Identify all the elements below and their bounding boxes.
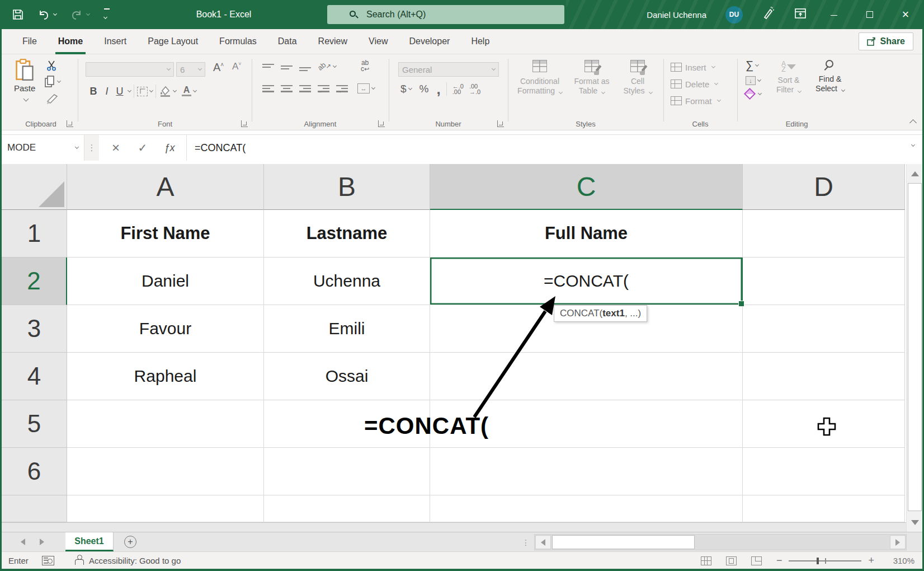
cell-A6[interactable] — [67, 448, 264, 495]
clipboard-dialog-launcher[interactable] — [67, 120, 73, 127]
cell-D5[interactable] — [743, 400, 905, 448]
name-box-resize-handle[interactable]: ⋮ — [84, 135, 99, 161]
zoom-slider-thumb[interactable] — [817, 558, 819, 564]
cell-B1[interactable]: Lastname — [264, 210, 430, 258]
row-header-6[interactable]: 6 — [2, 448, 67, 495]
cell-A3[interactable]: Favour — [67, 305, 264, 353]
row-header-3[interactable]: 3 — [2, 305, 67, 353]
row-header-1[interactable]: 1 — [2, 210, 67, 258]
alignment-dialog-launcher[interactable] — [378, 120, 385, 127]
wrap-text-button[interactable]: abc↩ — [361, 60, 369, 72]
undo-button[interactable] — [38, 9, 56, 20]
macro-record-icon[interactable] — [42, 556, 54, 565]
copy-button[interactable] — [44, 76, 60, 88]
align-left-icon[interactable] — [262, 83, 274, 94]
insert-function-icon[interactable]: ƒx — [156, 142, 183, 154]
ribbon-display-options-icon[interactable] — [794, 7, 807, 22]
name-box[interactable]: MODE — [2, 135, 84, 161]
number-dialog-launcher[interactable] — [497, 120, 504, 127]
select-all-corner[interactable] — [2, 164, 67, 210]
avatar[interactable]: DU — [725, 6, 743, 24]
borders-button[interactable] — [137, 87, 153, 96]
format-painter-button[interactable] — [46, 93, 59, 107]
cell-C4[interactable] — [430, 353, 743, 400]
cell-D3[interactable] — [743, 305, 905, 353]
currency-button[interactable]: $ — [400, 83, 407, 95]
font-size-select[interactable]: 6 — [176, 62, 205, 77]
font-dialog-launcher[interactable] — [241, 120, 248, 127]
new-sheet-button[interactable]: + — [114, 532, 147, 551]
tab-home[interactable]: Home — [48, 29, 93, 54]
fill-button[interactable]: ↓ — [746, 76, 761, 85]
row-header-2[interactable]: 2 — [2, 258, 67, 305]
sheet-tab-sheet1[interactable]: Sheet1 — [65, 532, 114, 551]
zoom-level[interactable]: 310% — [889, 556, 914, 565]
decrease-decimal-button[interactable]: .00 →.0 — [469, 83, 480, 95]
scrollbar-resize-handle[interactable]: ⋮ — [522, 532, 530, 552]
zoom-out-icon[interactable]: − — [776, 555, 782, 567]
shrink-font-button[interactable]: A˅ — [232, 61, 242, 72]
scroll-up-icon[interactable] — [908, 165, 922, 182]
cell-A5[interactable] — [67, 400, 264, 448]
comma-button[interactable]: , — [436, 85, 440, 93]
increase-indent-icon[interactable]: → — [336, 83, 348, 94]
collapse-ribbon-icon[interactable] — [909, 119, 917, 127]
expand-formula-bar-icon[interactable] — [911, 143, 915, 147]
formula-input[interactable]: =CONCAT( — [187, 135, 922, 161]
tab-review[interactable]: Review — [308, 29, 358, 54]
cell-D4[interactable] — [743, 353, 905, 400]
cancel-formula-icon[interactable]: × — [102, 140, 129, 156]
increase-decimal-button[interactable]: ←.0 .00 — [452, 83, 464, 95]
redo-button[interactable] — [71, 9, 89, 20]
cell-A2[interactable]: Daniel — [67, 258, 264, 305]
align-middle-icon[interactable] — [281, 62, 293, 71]
scroll-down-icon[interactable] — [908, 514, 922, 531]
cell-B3[interactable]: Emili — [264, 305, 430, 353]
underline-button[interactable]: U — [114, 86, 126, 97]
vertical-scrollbar-thumb[interactable] — [908, 183, 922, 511]
save-icon[interactable] — [12, 9, 23, 20]
row-header-4[interactable]: 4 — [2, 353, 67, 400]
cell-C1[interactable]: Full Name — [430, 210, 743, 258]
maximize-button[interactable] — [861, 0, 878, 29]
cell-D1[interactable] — [743, 210, 905, 258]
cell-A4[interactable]: Rapheal — [67, 353, 264, 400]
announce-icon[interactable] — [762, 7, 775, 22]
tab-insert[interactable]: Insert — [93, 29, 137, 54]
vertical-scrollbar[interactable] — [906, 164, 922, 532]
align-center-icon[interactable] — [281, 83, 293, 94]
accessibility-status[interactable]: Accessibility: Good to go — [89, 556, 181, 565]
percent-button[interactable]: % — [419, 83, 429, 95]
grow-font-button[interactable]: A˄ — [213, 61, 224, 74]
cell-C6[interactable] — [430, 448, 743, 495]
tab-help[interactable]: Help — [460, 29, 500, 54]
page-layout-view-icon[interactable] — [726, 556, 737, 565]
cell-C2-active[interactable]: =CONCAT( — [430, 258, 743, 305]
tab-view[interactable]: View — [358, 29, 398, 54]
tab-data[interactable]: Data — [267, 29, 308, 54]
page-break-view-icon[interactable] — [751, 556, 762, 565]
fill-color-button[interactable] — [159, 86, 176, 97]
cell-B4[interactable]: Ossai — [264, 353, 430, 400]
sort-filter-button[interactable]: AZ Sort & Filter — [770, 61, 807, 95]
merge-center-button[interactable]: ↔ — [357, 83, 375, 93]
align-right-icon[interactable] — [299, 83, 311, 94]
search-input[interactable]: Search (Alt+Q) — [327, 5, 564, 24]
row-header-5[interactable]: 5 — [2, 400, 67, 448]
cut-button[interactable] — [46, 60, 58, 73]
share-button[interactable]: Share — [859, 32, 913, 50]
close-button[interactable]: × — [897, 0, 914, 29]
tab-formulas[interactable]: Formulas — [209, 29, 267, 54]
format-cells-button[interactable]: Format — [671, 92, 720, 109]
cell-styles-button[interactable]: Cell Styles — [618, 60, 657, 96]
font-name-select[interactable] — [86, 62, 174, 77]
zoom-slider[interactable] — [789, 560, 861, 561]
column-header-C[interactable]: C — [430, 164, 743, 210]
cell-A1[interactable]: First Name — [67, 210, 264, 258]
horizontal-scrollbar[interactable] — [534, 534, 907, 550]
cell-B2[interactable]: Uchenna — [264, 258, 430, 305]
conditional-formatting-button[interactable]: Conditional Formatting — [514, 60, 565, 96]
number-format-select[interactable]: General — [398, 62, 499, 77]
align-bottom-icon[interactable] — [299, 62, 311, 73]
font-color-button[interactable]: A — [182, 86, 196, 96]
